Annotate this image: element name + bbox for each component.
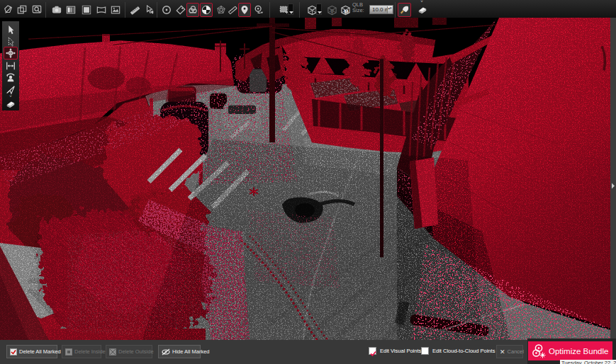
svg-text:M: M [344,8,348,15]
svg-text:D: D [330,8,334,13]
